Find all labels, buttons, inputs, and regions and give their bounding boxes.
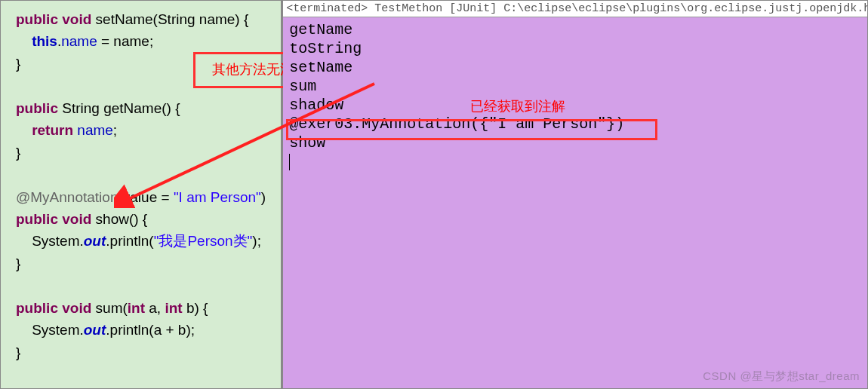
console-line: toString [289,39,868,58]
text-cursor-icon [289,154,290,170]
console-line: setName [289,58,868,77]
keyword-void: void [62,11,91,27]
method-signature: String getName() { [58,100,180,116]
terminal-header: <terminated> TestMethon [JUnit] C:\eclip… [283,1,868,17]
console-line: getName [289,20,868,39]
method-signature: setName(String name) { [91,11,248,27]
keyword-void: void [62,300,91,316]
method-signature: show() { [91,211,147,227]
keyword-public: public [16,100,58,116]
console-pane[interactable]: <terminated> TestMethon [JUnit] C:\eclip… [283,1,868,388]
annotation-label-got-annotation: 已经获取到注解 [470,97,565,115]
keyword-void: void [62,211,91,227]
static-out: out [84,233,106,249]
string-literal: "我是Person类" [154,233,253,249]
cursor-line [289,152,868,171]
console-line: sum [289,77,868,96]
string-literal: "I am Person" [174,189,261,205]
console-line: show [289,133,868,152]
keyword-this: this [32,33,57,49]
annotation: @MyAnnotation [16,189,118,205]
keyword-public: public [16,211,58,227]
field-name: name [61,33,97,49]
code-editor-pane[interactable]: public void setName(String name) { this.… [1,1,283,388]
keyword-int: int [128,300,145,316]
console-line: @exer03.MyAnnotation({"I am Person"}) [289,115,868,133]
console-output: getName toString setName sum shadow @exe… [283,17,868,174]
field-name: name [77,122,113,138]
keyword-int: int [165,300,182,316]
keyword-public: public [16,11,58,27]
keyword-return: return [32,122,73,138]
console-line: shadow [289,96,868,115]
static-out: out [84,322,106,338]
keyword-public: public [16,300,58,316]
